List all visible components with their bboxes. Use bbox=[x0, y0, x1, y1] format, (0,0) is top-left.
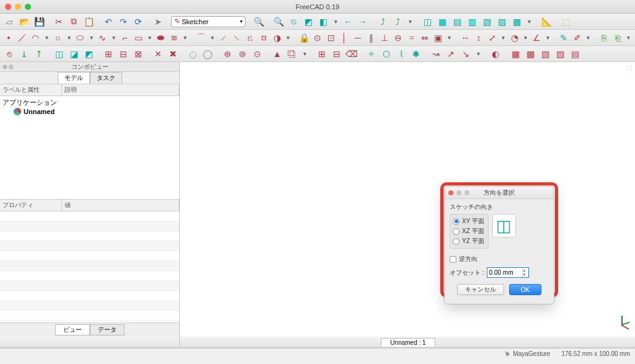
bsp-poly-icon[interactable]: ⬡ bbox=[380, 47, 393, 61]
sk-symb-icon[interactable]: ≋ bbox=[168, 31, 180, 45]
property-grid[interactable] bbox=[0, 211, 179, 322]
bsp-decdeg-icon[interactable]: ↘ bbox=[459, 47, 473, 61]
model-tree[interactable]: アプリケーション Unnamed bbox=[0, 96, 179, 199]
tab-model[interactable]: モデル bbox=[58, 72, 90, 84]
vs-e-icon[interactable]: ▤ bbox=[568, 47, 582, 61]
sk-point-icon[interactable]: • bbox=[2, 31, 15, 45]
mdi-tab[interactable]: Unnamed : 1 bbox=[381, 338, 435, 347]
sk-selva-icon[interactable]: ⊚ bbox=[236, 47, 249, 61]
chevron-down-icon[interactable]: ▾ bbox=[87, 34, 95, 41]
sk-mirror-icon[interactable]: ⊟ bbox=[117, 47, 130, 61]
cons-perp-icon[interactable]: ⊥ bbox=[378, 31, 391, 45]
sk-leave-icon[interactable]: ⎋ bbox=[2, 47, 16, 61]
sk-merge-icon[interactable]: ⊞ bbox=[102, 47, 115, 61]
ok-button[interactable]: OK bbox=[509, 284, 541, 295]
right-icon[interactable]: ▥ bbox=[465, 15, 479, 29]
chevron-down-icon[interactable]: ▾ bbox=[525, 18, 533, 25]
dim-rad-icon[interactable]: ◔ bbox=[508, 31, 521, 45]
nav-cube-icon[interactable]: ⬚ bbox=[627, 64, 633, 71]
left-icon[interactable]: ▩ bbox=[510, 15, 523, 29]
chevron-down-icon[interactable]: ▾ bbox=[585, 34, 592, 41]
sk-section-icon[interactable]: ⤒ bbox=[32, 47, 46, 61]
chevron-down-icon[interactable]: ▾ bbox=[499, 34, 507, 41]
sk-selha-icon[interactable]: ⊙ bbox=[251, 47, 264, 61]
cons-symm-icon[interactable]: ⇔ bbox=[419, 31, 431, 45]
cons-equal-icon[interactable]: ＝ bbox=[406, 31, 418, 45]
link-act-icon[interactable]: ⎗ bbox=[611, 31, 624, 45]
sk-selcons-icon[interactable]: ◌ bbox=[186, 47, 200, 61]
vs-switch-icon[interactable]: ◐ bbox=[489, 47, 502, 61]
nav-left-icon[interactable]: ← bbox=[341, 15, 355, 29]
view-nosel-icon[interactable]: ⦸ bbox=[286, 15, 300, 29]
chevron-down-icon[interactable]: ▾ bbox=[544, 34, 552, 41]
radio-yz-plane[interactable]: YZ 平面 bbox=[453, 237, 484, 246]
cons-block-icon[interactable]: ▣ bbox=[432, 31, 445, 45]
sk-carbon-icon[interactable]: ⧈ bbox=[257, 31, 270, 45]
copy-icon[interactable]: ⧉ bbox=[67, 15, 81, 29]
redo-icon[interactable]: ↷ bbox=[117, 15, 130, 29]
undo-icon[interactable]: ↶ bbox=[102, 15, 115, 29]
save-icon[interactable]: 💾 bbox=[32, 15, 46, 29]
sk-trim-icon[interactable]: ⟋ bbox=[217, 31, 229, 45]
dim-len-icon[interactable]: ⤢ bbox=[486, 31, 499, 45]
sk-rem-icon[interactable]: ⊟ bbox=[330, 47, 344, 61]
draw-style-icon[interactable]: ◧ bbox=[316, 15, 330, 29]
rear-icon[interactable]: ▧ bbox=[480, 15, 494, 29]
sk-bspline-icon[interactable]: ∿ bbox=[96, 31, 109, 45]
chevron-down-icon[interactable]: ▾ bbox=[285, 34, 292, 41]
sk-new-icon[interactable]: ✎ bbox=[557, 31, 570, 45]
measure-icon[interactable]: 📐 bbox=[540, 15, 553, 29]
top-icon[interactable]: ▤ bbox=[450, 15, 464, 29]
sk-edit-icon[interactable]: ✐ bbox=[571, 31, 584, 45]
radio-xy-plane[interactable]: XY 平面 bbox=[453, 217, 484, 226]
chevron-down-icon[interactable]: ▾ bbox=[43, 34, 50, 41]
cons-tang-icon[interactable]: ⊖ bbox=[392, 31, 404, 45]
zoom-in-icon[interactable]: 🔍 bbox=[272, 15, 285, 29]
sk-del-icon[interactable]: ⊠ bbox=[131, 47, 145, 61]
sk-clone-icon[interactable]: ⿻ bbox=[285, 47, 299, 61]
sk-validate-icon[interactable]: ◩ bbox=[82, 47, 95, 61]
sk-stop-icon[interactable]: ✖ bbox=[166, 47, 180, 61]
dialog-titlebar[interactable]: 方向を選択 bbox=[445, 187, 554, 199]
make-link-icon[interactable]: ⎘ bbox=[598, 31, 610, 45]
cons-ptobj-icon[interactable]: ⊡ bbox=[325, 31, 337, 45]
cut-icon[interactable]: ✂ bbox=[52, 15, 66, 29]
spin-arrows-icon[interactable]: ▲▼ bbox=[522, 269, 528, 277]
link-all-icon[interactable]: ⤴ bbox=[391, 15, 404, 29]
3d-viewport[interactable]: ⬚ 方向を選択 スケッチの向き X bbox=[180, 62, 635, 337]
chevron-down-icon[interactable]: ▾ bbox=[625, 34, 633, 41]
sk-rect-icon[interactable]: ▭ bbox=[132, 31, 144, 45]
cancel-button[interactable]: キャンセル bbox=[457, 284, 504, 295]
sk-close-icon[interactable]: ✕ bbox=[151, 47, 165, 61]
sk-reorient-icon[interactable]: ◪ bbox=[67, 47, 81, 61]
chevron-down-icon[interactable]: ▾ bbox=[208, 34, 216, 41]
tree-doc-item[interactable]: Unnamed bbox=[2, 108, 177, 115]
sk-selorig-icon[interactable]: ⊛ bbox=[221, 47, 234, 61]
dim-hlen-icon[interactable]: ↔ bbox=[459, 31, 471, 45]
sk-selassoc-icon[interactable]: ◯ bbox=[201, 47, 215, 61]
sk-polyline-icon[interactable]: ⌐ bbox=[119, 31, 131, 45]
sk-extern-icon[interactable]: ⎌ bbox=[244, 31, 257, 45]
tab-view[interactable]: ビュー bbox=[55, 324, 90, 335]
nav-style-indicator[interactable]: 🖱 MayaGesture bbox=[504, 350, 550, 357]
chevron-down-icon[interactable]: ▾ bbox=[474, 50, 482, 57]
sk-fillet-icon[interactable]: ⌒ bbox=[195, 31, 207, 45]
paste-icon[interactable]: 📋 bbox=[82, 15, 95, 29]
panel-undock-icon[interactable]: ◦ bbox=[9, 64, 14, 69]
bottom-icon[interactable]: ▨ bbox=[495, 15, 508, 29]
panel-close-icon[interactable]: × bbox=[2, 64, 7, 69]
cons-vert-icon[interactable]: │ bbox=[338, 31, 350, 45]
sk-circle-icon[interactable]: ○ bbox=[51, 31, 64, 45]
sk-view-icon[interactable]: ⤓ bbox=[17, 47, 31, 61]
sk-slot-icon[interactable]: ⬬ bbox=[154, 31, 167, 45]
front-icon[interactable]: ▦ bbox=[435, 15, 449, 29]
chevron-down-icon[interactable]: ▾ bbox=[406, 18, 414, 25]
workbench-selector[interactable]: ✎Sketcher▾ bbox=[171, 16, 246, 27]
sk-map-icon[interactable]: ◫ bbox=[52, 47, 66, 61]
vs-d-icon[interactable]: ▨ bbox=[553, 47, 567, 61]
sk-arc-icon[interactable]: ◠ bbox=[29, 31, 42, 45]
open-file-icon[interactable]: 📂 bbox=[17, 15, 31, 29]
chevron-down-icon[interactable]: ▾ bbox=[331, 18, 340, 25]
sk-sym-icon[interactable]: ▲ bbox=[270, 47, 284, 61]
chevron-down-icon[interactable]: ▾ bbox=[110, 34, 117, 41]
